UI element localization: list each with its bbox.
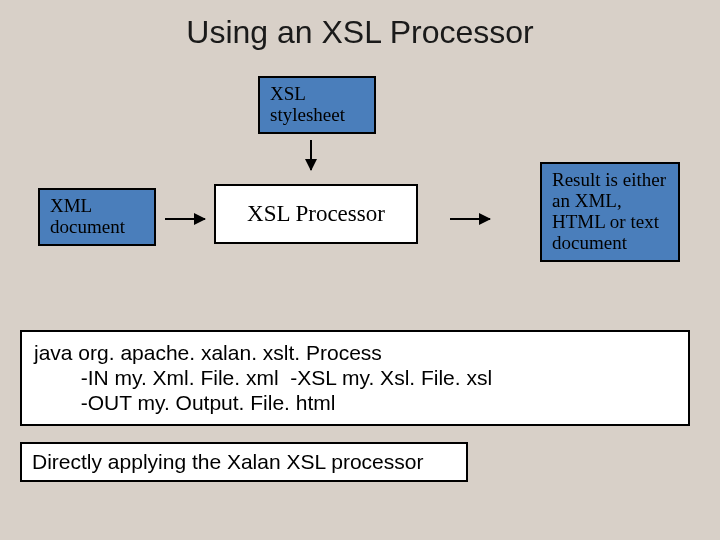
page-title: Using an XSL Processor xyxy=(0,14,720,51)
arrow-stylesheet-to-processor xyxy=(310,140,312,170)
caption-text: Directly applying the Xalan XSL processo… xyxy=(20,442,468,482)
arrow-xml-to-processor xyxy=(165,218,205,220)
node-xml-document-label: XML document xyxy=(50,195,125,237)
node-result-label: Result is either an XML, HTML or text do… xyxy=(552,169,666,253)
node-xsl-processor-label: XSL Processor xyxy=(247,201,385,226)
node-xsl-processor: XSL Processor xyxy=(214,184,418,244)
node-xml-document: XML document xyxy=(38,188,156,246)
arrow-processor-to-result xyxy=(450,218,490,220)
node-xsl-stylesheet: XSL stylesheet xyxy=(258,76,376,134)
node-xsl-stylesheet-label: XSL stylesheet xyxy=(270,83,345,125)
code-command: java org. apache. xalan. xslt. Process -… xyxy=(20,330,690,426)
node-result: Result is either an XML, HTML or text do… xyxy=(540,162,680,262)
